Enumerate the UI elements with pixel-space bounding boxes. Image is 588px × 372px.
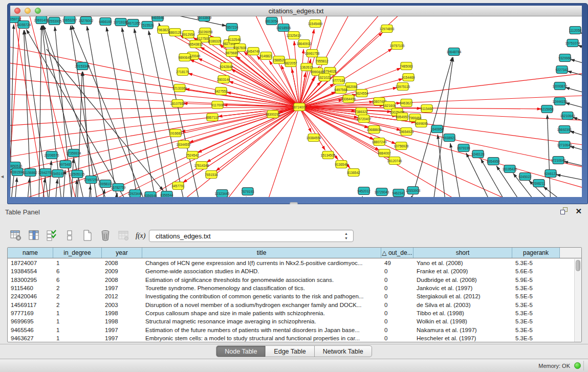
graph-node[interactable]: 2803144 <box>217 76 230 83</box>
graph-node[interactable]: 9452012 <box>357 187 371 195</box>
graph-node[interactable]: 16648784 <box>447 48 462 56</box>
function-builder-button[interactable]: f(x) <box>135 229 148 242</box>
graph-node[interactable]: 12093872 <box>553 82 568 90</box>
graph-node[interactable]: 9884067 <box>378 149 391 157</box>
graph-node[interactable]: 7857224 <box>225 24 238 31</box>
graph-node[interactable]: 18640910 <box>297 40 312 48</box>
graph-node[interactable]: 8454749 <box>247 48 260 55</box>
graph-node[interactable]: 9115460 <box>421 105 433 113</box>
graph-node[interactable]: 3457791 <box>171 182 185 190</box>
graph-node[interactable]: 7698211 <box>533 180 546 187</box>
graph-node[interactable]: 8391594 <box>11 168 24 176</box>
graph-node[interactable]: 8427552 <box>214 87 228 95</box>
graph-node[interactable]: 17957254 <box>84 176 99 184</box>
graph-node[interactable]: 6822057 <box>284 59 297 67</box>
graph-node[interactable]: 9463627 <box>400 99 413 107</box>
graph-node[interactable]: 18300295 <box>266 111 280 118</box>
import-table-button[interactable] <box>117 229 130 242</box>
table-row[interactable]: 977716911998Corpus callosum shape and si… <box>8 309 574 317</box>
graph-node[interactable]: 8679199 <box>457 144 470 152</box>
graph-node[interactable]: 19384554 <box>307 134 321 142</box>
graph-node[interactable]: 5938921 <box>443 134 456 142</box>
table-row[interactable]: 1456911722003Disruption of a novel membe… <box>8 300 574 309</box>
graph-node[interactable]: 9242848 <box>220 63 233 71</box>
table-row[interactable]: 969969511998Structural magnetic resonanc… <box>8 317 574 325</box>
table-scrollbar[interactable] <box>574 259 581 342</box>
graph-node[interactable]: 1545193 <box>51 170 64 178</box>
graph-node[interactable]: 16782759 <box>111 184 126 191</box>
graph-node[interactable]: 12553905 <box>47 17 62 25</box>
graph-node[interactable]: 8813054 <box>265 17 278 25</box>
graph-node[interactable]: 12974893 <box>380 25 395 33</box>
graph-node[interactable]: 15720407 <box>357 115 372 123</box>
graph-node[interactable]: 20153346 <box>75 62 90 70</box>
graph-node[interactable]: 15692391 <box>557 126 572 134</box>
table-row[interactable]: 911546021997Tourette syndrome. Phenomeno… <box>8 284 574 292</box>
graph-node[interactable]: 12553908 <box>406 187 421 194</box>
graph-node[interactable]: 8356544 <box>160 191 173 198</box>
graph-node[interactable]: 17614348 <box>194 162 209 169</box>
column-header-year[interactable]: year <box>102 248 142 258</box>
graph-node[interactable]: 12923446 <box>128 190 143 198</box>
column-header-title[interactable]: title <box>142 248 381 258</box>
graph-node[interactable]: 7955812 <box>315 57 329 65</box>
column-settings-button[interactable] <box>9 229 23 242</box>
select-column-button[interactable] <box>27 229 40 242</box>
graph-node[interactable]: 7963822 <box>157 26 170 34</box>
graph-node[interactable]: 11156862 <box>23 169 37 177</box>
panel-collapse-arrow-icon[interactable]: ◄ <box>0 174 5 179</box>
graph-node[interactable]: 17210648 <box>551 157 566 164</box>
graph-node[interactable]: 9246128 <box>471 150 485 158</box>
table-row[interactable]: 1872400712008Changes of HCN gene express… <box>8 259 574 267</box>
graph-node[interactable]: 8912954 <box>182 31 195 38</box>
graph-node[interactable]: 19757105 <box>390 42 405 50</box>
graph-node[interactable]: 8215958 <box>540 105 554 113</box>
graph-node[interactable]: 15134505 <box>321 151 336 159</box>
graph-node[interactable]: 15751074 <box>565 39 580 47</box>
graph-node[interactable]: 16729043 <box>375 188 389 196</box>
graph-node[interactable]: 8186328 <box>208 37 222 45</box>
float-panel-icon[interactable] <box>560 207 568 215</box>
graph-node[interactable]: 8954957 <box>396 113 409 121</box>
graph-node[interactable]: 8867110 <box>206 114 219 121</box>
table-row[interactable]: 1830029562008Estimation of significance … <box>8 276 574 284</box>
new-column-button[interactable] <box>81 229 94 242</box>
graph-node[interactable]: 18807249 <box>372 138 387 146</box>
tab-network-table[interactable]: Network Table <box>315 345 372 357</box>
column-header-in_degree[interactable]: in_degree <box>53 248 102 258</box>
graph-node[interactable]: 8860128 <box>168 29 182 36</box>
graph-node[interactable]: 12444159 <box>553 98 568 105</box>
graph-node[interactable]: 14671355 <box>126 19 141 27</box>
graph-node[interactable]: 16961758 <box>305 50 320 57</box>
column-header-name[interactable]: name <box>8 248 53 258</box>
graph-node[interactable]: 3624554 <box>355 90 368 97</box>
graph-node[interactable]: 9699695 <box>415 120 428 127</box>
graph-node[interactable]: 7524542 <box>186 151 199 159</box>
graph-node[interactable]: 1916681 <box>169 129 182 137</box>
graph-node[interactable]: 17359934 <box>67 149 81 157</box>
table-row[interactable]: 2242004622012Investigating the contribut… <box>8 292 574 300</box>
graph-node[interactable]: 12133369 <box>172 84 187 92</box>
network-canvas[interactable]: 1605971214055724206914061255390510653287… <box>10 16 582 197</box>
graph-node[interactable]: 7386322 <box>355 108 368 116</box>
graph-node[interactable]: 18107552 <box>170 100 185 107</box>
close-panel-icon[interactable]: ✕ <box>575 207 582 215</box>
graph-node[interactable]: 9132546 <box>228 36 241 43</box>
graph-node[interactable]: 6466160 <box>99 18 112 26</box>
graph-node[interactable]: 9777169 <box>332 77 345 84</box>
column-header-short[interactable]: short <box>413 248 512 258</box>
graph-node[interactable]: 9462341 <box>392 189 405 197</box>
graph-node[interactable]: 1640954 <box>430 125 444 133</box>
graph-node[interactable]: 16033809 <box>197 16 212 21</box>
graph-node[interactable]: 9890645 <box>178 54 191 61</box>
graph-node[interactable]: 20206576 <box>45 151 59 159</box>
graph-node[interactable]: 16543812 <box>188 40 203 48</box>
network-view-window[interactable]: citations_edges.txt 16059712140557242069… <box>7 3 588 204</box>
table-selector-dropdown[interactable]: citations_edges.txt ▲▼ <box>149 230 354 242</box>
graph-node[interactable]: 9154469 <box>402 74 415 81</box>
graph-node[interactable]: 2718176 <box>176 68 189 76</box>
row-options-button[interactable] <box>63 229 76 242</box>
graph-node[interactable]: 10756928 <box>394 142 409 150</box>
graph-node[interactable]: 1112058 <box>569 27 582 34</box>
network-window-titlebar[interactable]: citations_edges.txt <box>10 6 582 16</box>
